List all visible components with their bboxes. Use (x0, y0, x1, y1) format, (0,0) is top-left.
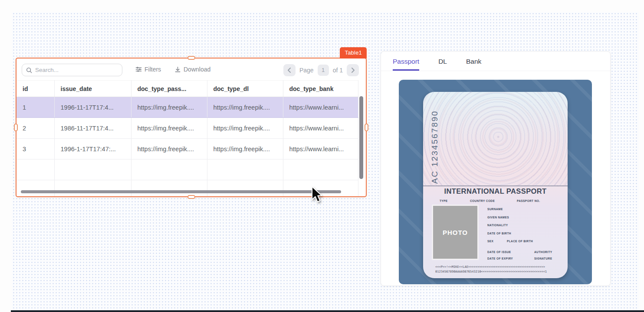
sex-label: SEX (487, 240, 493, 243)
filters-label: Filters (145, 66, 161, 73)
column-header-id[interactable]: id (16, 81, 54, 97)
date-of-issue-label: DATE OF ISSUE (487, 250, 511, 254)
table-toolbar: Filters Download Page 1 of 1 (16, 58, 366, 80)
table-row[interactable]: 2 1986-11-17T17:4... https://img.freepik… (16, 118, 358, 139)
passport-serial-vertical: AC 1234567890 (430, 97, 441, 184)
signature-label: SIGNATURE (534, 257, 552, 260)
next-page-button[interactable] (347, 64, 359, 76)
table-widget[interactable]: Table1 Filters (16, 58, 367, 197)
cell-id[interactable]: 1 (16, 97, 54, 118)
download-icon (174, 66, 181, 73)
empty-row (16, 180, 358, 197)
cell-doc-type-bank[interactable]: https://www.learni... (283, 97, 358, 118)
download-button[interactable]: Download (174, 58, 210, 80)
date-of-birth-label: DATE OF BIRTH (487, 232, 511, 235)
resize-handle-left[interactable] (14, 124, 18, 131)
mrz-line-2: 01234567890AAAA9876543210<<<<<<<<<<<<<<<… (435, 270, 561, 273)
preview-tabs: Passport DL Bank (381, 52, 610, 71)
column-header-doc-type-bank[interactable]: doc_type_bank (283, 81, 358, 97)
search-input[interactable] (35, 67, 118, 73)
vertical-scrollbar-thumb[interactable] (359, 96, 363, 179)
passport-title: INTERNATIONAL PASSPORT (423, 187, 568, 195)
table-grid: id issue_date doc_type_pass... doc_type_… (16, 80, 366, 196)
cell-doc-type-bank[interactable]: https://www.learni... (283, 118, 358, 139)
cell-doc-type-pass[interactable]: https://img.freepik.... (131, 97, 207, 118)
nationality-label: NATIONALITY (487, 224, 508, 227)
place-of-birth-label: PLACE OF BIRTH (507, 240, 533, 243)
guilloche-pattern (423, 92, 568, 186)
cell-doc-type-bank[interactable]: https://www.learni... (283, 139, 358, 159)
search-icon (26, 67, 32, 73)
column-header-issue-date[interactable]: issue_date (54, 81, 131, 97)
table-row[interactable]: 3 1996-1-17T17:47:... https://img.freepi… (16, 139, 358, 159)
passport-no-label: PASSPORT NO. (517, 199, 540, 202)
pagination: Page 1 of 1 (283, 64, 359, 76)
authority-label: AUTHORITY (534, 250, 552, 254)
filters-button[interactable]: Filters (135, 58, 161, 80)
bottom-edge-bar (11, 310, 644, 312)
type-label: TYPE (440, 199, 448, 202)
column-header-doc-type-pass[interactable]: doc_type_pass... (131, 81, 207, 97)
page-label: Page (299, 67, 314, 74)
cell-issue-date[interactable]: 1996-11-17T17:4... (54, 97, 131, 118)
cell-id[interactable]: 2 (16, 118, 54, 139)
prev-page-button[interactable] (283, 64, 296, 76)
filter-lines-icon (135, 66, 142, 72)
tab-passport[interactable]: Passport (393, 58, 419, 71)
table-row-selected[interactable]: 1 1996-11-17T17:4... https://img.freepik… (16, 97, 358, 118)
passport-image: AC 1234567890 INTERNATIONAL PASSPORT TYP… (399, 80, 592, 284)
given-names-label: GIVEN NAMES (487, 216, 509, 219)
resize-handle-bottom[interactable] (187, 195, 195, 199)
cell-issue-date[interactable]: 1986-11-17T17:4... (54, 118, 131, 139)
search-input-wrap[interactable] (22, 64, 122, 76)
passport-page: AC 1234567890 INTERNATIONAL PASSPORT TYP… (423, 92, 568, 278)
cell-issue-date[interactable]: 1996-1-17T17:47:... (54, 139, 131, 159)
current-page-box[interactable]: 1 (318, 65, 329, 76)
document-preview-panel: Passport DL Bank AC 1234567890 INTERNATI… (381, 51, 611, 286)
date-of-expiry-label: DATE OF EXPIRY (487, 257, 513, 260)
photo-label: PHOTO (443, 229, 468, 236)
horizontal-scrollbar-thumb[interactable] (21, 190, 341, 193)
cell-doc-type-dl[interactable]: https://img.freepik.... (207, 97, 283, 118)
download-label: Download (184, 66, 210, 73)
mouse-cursor-icon (311, 186, 324, 206)
tab-bank[interactable]: Bank (466, 58, 481, 71)
header-row: id issue_date doc_type_pass... doc_type_… (16, 81, 358, 97)
app-canvas: Table1 Filters (0, 0, 644, 312)
cell-doc-type-pass[interactable]: https://img.freepik.... (131, 139, 207, 159)
resize-handle-top[interactable] (187, 56, 195, 60)
resize-handle-right[interactable] (365, 124, 368, 131)
page-of-label: of 1 (333, 67, 343, 74)
tab-dl[interactable]: DL (438, 58, 447, 71)
cell-id[interactable]: 3 (16, 139, 54, 159)
cell-doc-type-dl[interactable]: https://img.freepik.... (207, 118, 283, 139)
empty-row (16, 159, 358, 180)
column-header-doc-type-dl[interactable]: doc_type_dl (207, 81, 283, 97)
surname-label: SURNAME (487, 208, 503, 211)
cell-doc-type-pass[interactable]: https://img.freepik.... (131, 118, 207, 139)
country-code-label: COUNTRY CODE (470, 199, 495, 202)
widget-name-badge[interactable]: Table1 (340, 47, 367, 58)
photo-placeholder: PHOTO (432, 205, 479, 260)
cell-doc-type-dl[interactable]: https://img.freepik.... (207, 139, 283, 159)
mrz-line-1: <<<P>>!<<MIKE<<LAE>>>>>>>>>>>>>>>>>>>>>>… (435, 265, 561, 269)
